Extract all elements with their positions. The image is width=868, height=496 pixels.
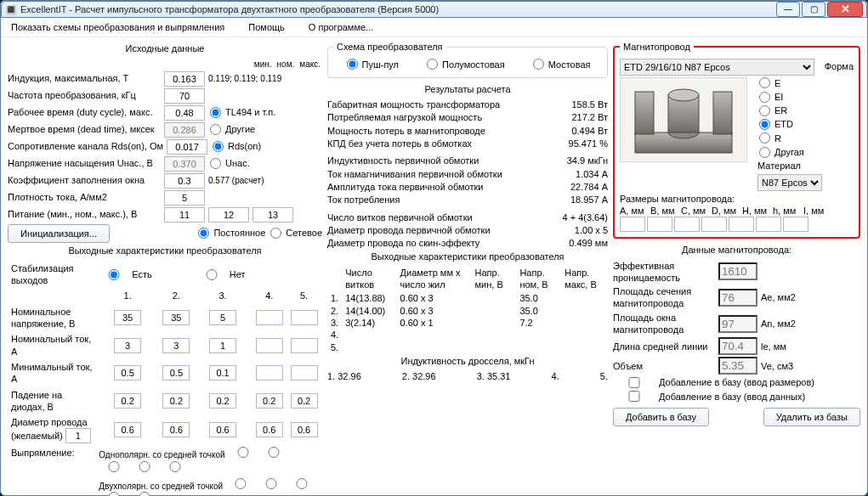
nomv-3[interactable] [209,310,236,325]
wire-1[interactable] [114,422,141,437]
core-image [620,77,747,162]
wire-5[interactable] [291,422,318,437]
switch-usat-radio[interactable] [210,158,221,169]
ae-val [718,289,757,307]
topo-half[interactable] [427,59,438,70]
out-row-1: 1.14(13.88)0.60 x 335.0 [327,292,608,304]
nomv-5[interactable] [291,310,318,325]
core-group: Магнитопровод ETD 29/16/10 N87 Epcos Фор… [613,41,860,239]
form-er[interactable] [759,105,770,116]
nomv-1[interactable] [114,310,141,325]
supply-const-radio[interactable] [198,228,209,239]
mini-5[interactable] [291,365,318,380]
rdson-input[interactable] [167,139,207,155]
wire-3[interactable] [209,422,236,437]
controller-tl494-radio[interactable] [210,107,221,118]
form-ei[interactable] [759,92,770,103]
svg-rect-2 [713,92,732,134]
core-select[interactable]: ETD 29/16/10 N87 Epcos [620,59,814,76]
dim-d[interactable] [701,217,727,232]
svg-point-5 [668,89,699,101]
outputs-title: Выходные характеристики преобразователя [8,245,322,256]
app-icon: 🔳 [5,3,17,15]
duty-input[interactable] [164,105,205,121]
material-select[interactable]: N87 Epcos [757,174,822,191]
add-data-checkbox[interactable] [615,391,654,402]
supply-net-radio[interactable] [270,228,281,239]
out-row-4: 4. [327,329,608,341]
init-button[interactable]: Инициализация... [8,224,110,243]
mini-4[interactable] [256,365,283,380]
ve-val [718,357,757,375]
mini-3[interactable] [209,365,236,380]
topo-push[interactable] [347,59,358,70]
form-other[interactable] [759,147,770,158]
controller-other-radio[interactable] [210,124,221,135]
wire-4[interactable] [256,422,283,437]
out-row-3: 3.3(2.14)0.60 x 17.2 [327,317,608,329]
stab-no-radio[interactable] [198,269,225,280]
nomi-4[interactable] [256,338,283,353]
nomv-4[interactable] [256,310,283,325]
menu-help[interactable]: Помощь [248,21,285,33]
maximize-button[interactable]: ▢ [802,2,825,17]
jdensity-input[interactable] [164,190,205,206]
wire-0[interactable] [65,428,91,443]
add-db-button[interactable]: Добавить в базу [613,408,709,426]
stab-yes-radio[interactable] [100,269,128,280]
vin-nom-input[interactable] [208,207,249,223]
topo-full[interactable] [533,59,544,70]
mini-1[interactable] [114,365,141,380]
an-val [718,315,757,333]
dim-i[interactable] [783,217,808,232]
topology-group: Схема преобразователя Пуш-пул Полумостов… [327,41,608,78]
results-title: Результаты расчета [327,83,608,95]
minimize-button[interactable]: — [776,2,800,17]
dim-a[interactable] [620,217,645,232]
svg-rect-1 [635,92,654,134]
induction-input[interactable] [164,71,205,87]
input-title: Исходные данные [8,42,322,54]
switch-rdson-radio[interactable] [213,141,224,152]
menu-about[interactable]: О программе... [309,21,373,33]
diode-2[interactable] [162,393,190,409]
nomi-2[interactable] [162,338,190,353]
add-dims-checkbox[interactable] [615,377,654,388]
wire-2[interactable] [162,422,190,437]
form-etd[interactable] [759,119,770,130]
dim-H[interactable] [729,217,754,232]
dim-b[interactable] [647,217,672,232]
freq-input[interactable] [164,88,205,104]
out-row-5: 5. [327,341,608,353]
usat-input [164,156,205,172]
dim-c[interactable] [674,217,700,232]
del-db-button[interactable]: Удалить из базы [763,408,860,426]
vin-min-input[interactable] [164,207,205,223]
nomi-5[interactable] [291,338,318,353]
dim-h[interactable] [756,217,781,232]
diode-5[interactable] [291,393,318,409]
out-row-2: 2.14(14.00)0.60 x 335.0 [327,305,608,317]
window-title: ExcellentIT - Расчет импульсного трансфо… [17,3,774,15]
form-r[interactable] [759,132,770,144]
kfill-input[interactable] [164,173,205,189]
diode-3[interactable] [209,393,236,409]
nomi-1[interactable] [114,338,141,353]
form-e[interactable] [759,77,770,88]
nomi-3[interactable] [209,338,236,353]
le-val [718,337,757,355]
diode-4[interactable] [256,393,283,409]
deadtime-input [164,122,205,138]
vin-max-input[interactable] [252,207,293,223]
mu-val [718,262,757,280]
close-button[interactable]: ✕ [827,2,863,17]
diode-1[interactable] [114,393,141,409]
menu-schemes[interactable]: Показать схемы преобразования и выпрямле… [11,21,224,33]
mini-2[interactable] [162,365,190,380]
nomv-2[interactable] [162,310,190,325]
